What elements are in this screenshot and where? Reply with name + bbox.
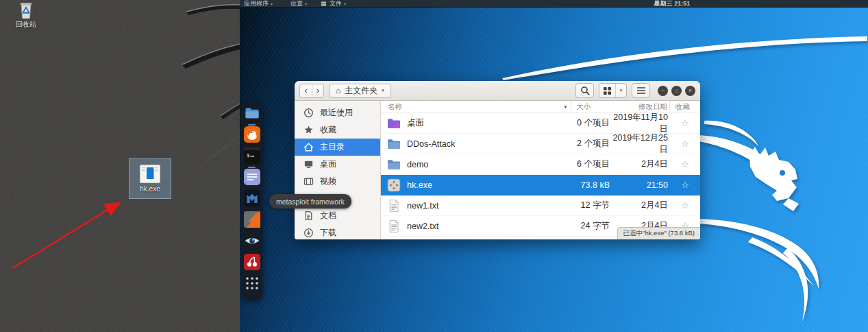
sidebar-item-desktop[interactable]: 桌面 <box>295 156 380 173</box>
text-icon <box>387 220 401 233</box>
search-button[interactable] <box>575 83 594 98</box>
places-menu-label: 位置 <box>290 0 303 8</box>
column-header-name[interactable]: 名称 ▾ <box>381 101 571 112</box>
table-row[interactable]: 桌面0 个项目2019年11月10日☆ <box>381 113 700 134</box>
dock-item-eye-tool[interactable] <box>243 233 262 252</box>
recycle-bin-icon[interactable]: 回收站 <box>8 0 44 29</box>
sidebar-item-label: 下载 <box>320 227 336 239</box>
metasploit-icon <box>244 190 260 209</box>
exe-file-icon <box>140 165 160 183</box>
table-row[interactable]: hk.exe73.8 kB21:50☆ <box>381 175 700 195</box>
text-icon <box>387 199 401 213</box>
places-menu[interactable]: 位置 ▾ <box>286 0 311 8</box>
selection-status: 已选中"hk.exe" (73.8 kB) <box>617 227 700 239</box>
screen: 回收站 hk.exe <box>0 0 868 332</box>
file-list: 名称 ▾ 大小 修改日期 收藏 桌面0 个项目2019年11月10日☆DDos-… <box>381 101 700 239</box>
file-modified-cell: 21:50 <box>610 180 670 190</box>
window-controls: − □ × <box>658 86 695 96</box>
file-name: new1.txt <box>407 201 439 211</box>
dock-item-cherrytree[interactable] <box>243 254 262 273</box>
gnome-top-bar: 应用程序 ▾ 位置 ▾ 文件 ▾ 星期三 21:51 <box>240 0 868 8</box>
sort-indicator-icon: ▾ <box>564 104 567 110</box>
close-button[interactable]: × <box>685 86 695 96</box>
table-row[interactable]: demo6 个项目2月4日☆ <box>381 154 700 175</box>
path-button[interactable]: ⌂ 主文件夹 ▾ <box>329 84 391 98</box>
files-app-menu[interactable]: 文件 ▾ <box>317 0 350 8</box>
file-name-cell: new2.txt <box>381 220 571 233</box>
files-app-icon <box>321 1 327 7</box>
grid-view-icon <box>603 86 612 95</box>
file-name: new2.txt <box>407 222 439 231</box>
column-header-starred[interactable]: 收藏 <box>670 101 700 112</box>
sidebar-item-recent[interactable]: 最近使用 <box>295 104 380 121</box>
hamburger-icon <box>636 86 646 95</box>
file-name: hk.exe <box>407 180 432 190</box>
star-icon[interactable]: ☆ <box>670 180 700 190</box>
path-label: 主文件夹 <box>345 85 377 97</box>
star-icon[interactable]: ☆ <box>670 200 700 211</box>
table-row[interactable]: new1.txt12 字节2月4日☆ <box>381 195 700 216</box>
file-modified-cell: 2月4日 <box>610 200 670 211</box>
videos-icon <box>303 176 314 187</box>
sidebar-item-label: 收藏 <box>320 124 336 136</box>
dock-item-firefox[interactable] <box>243 126 262 145</box>
dock: $ <box>241 103 262 300</box>
sidebar-item-star[interactable]: 收藏 <box>295 121 380 139</box>
sidebar-item-documents[interactable]: 文档 <box>295 207 380 224</box>
file-rows: 桌面0 个项目2019年11月10日☆DDos-Attack2 个项目2019年… <box>381 113 700 237</box>
recent-icon <box>303 108 314 118</box>
sidebar-item-downloads[interactable]: 下载 <box>295 224 380 239</box>
file-name: DDos-Attack <box>407 139 455 149</box>
hk-exe-desktop-icon[interactable]: hk.exe <box>129 158 171 199</box>
file-name: demo <box>407 160 428 169</box>
star-icon[interactable]: ☆ <box>670 159 700 169</box>
dock-item-metasploit[interactable] <box>243 190 262 209</box>
chevron-down-icon: ▾ <box>382 88 384 93</box>
file-name-cell: hk.exe <box>381 178 571 192</box>
hk-exe-label: hk.exe <box>140 185 160 193</box>
chevron-down-icon: ▾ <box>271 1 273 6</box>
sidebar-item-videos[interactable]: 视频 <box>295 173 380 190</box>
file-manager-window: ‹ › ⌂ 主文件夹 ▾ ▾ <box>295 81 700 239</box>
applications-menu[interactable]: 应用程序 ▾ <box>240 0 277 8</box>
dock-item-show-applications[interactable] <box>243 275 262 294</box>
dock-item-burpsuite[interactable] <box>243 211 262 230</box>
clock[interactable]: 星期三 21:51 <box>639 0 705 8</box>
desktop-noise-texture <box>0 0 240 332</box>
files-icon <box>244 105 260 124</box>
hamburger-menu-button[interactable] <box>632 83 650 98</box>
sidebar-item-home[interactable]: 主目录 <box>295 139 380 156</box>
minimize-button[interactable]: − <box>658 86 668 96</box>
view-options-button[interactable]: ▾ <box>615 84 626 97</box>
dock-item-terminal[interactable]: $ <box>243 147 262 167</box>
table-row[interactable]: DDos-Attack2 个项目2019年12月25日☆ <box>381 134 700 154</box>
file-name: 桌面 <box>407 117 424 129</box>
back-button[interactable]: ‹ <box>300 84 312 97</box>
file-size-cell: 73.8 kB <box>571 180 610 190</box>
dock-item-files[interactable] <box>243 105 262 124</box>
burpsuite-icon <box>244 211 260 230</box>
terminal-icon: $ <box>244 147 260 167</box>
kali-desktop: 应用程序 ▾ 位置 ▾ 文件 ▾ 星期三 21:51 $ ‹ <box>240 0 868 332</box>
maximize-button[interactable]: □ <box>671 86 682 96</box>
star-icon[interactable]: ☆ <box>670 118 700 128</box>
star-icon[interactable]: ☆ <box>670 139 700 149</box>
folder-desktop-icon <box>387 117 401 130</box>
file-name-cell: new1.txt <box>381 199 571 213</box>
forward-button[interactable]: › <box>312 84 323 97</box>
running-indicator <box>248 124 256 126</box>
column-header-size[interactable]: 大小 <box>571 101 610 112</box>
column-header-modified[interactable]: 修改日期 <box>610 101 670 112</box>
trash-can-icon <box>17 0 35 19</box>
file-size-cell: 2 个项目 <box>571 138 610 150</box>
dock-item-text-editor[interactable] <box>243 169 262 188</box>
sidebar-item-label: 视频 <box>320 176 336 187</box>
applications-menu-label: 应用程序 <box>244 0 269 8</box>
home-icon: ⌂ <box>336 86 340 95</box>
file-modified-cell: 2月4日 <box>610 158 670 170</box>
grid-view-button[interactable] <box>599 84 615 97</box>
text-editor-icon <box>244 169 260 188</box>
file-name-cell: demo <box>381 158 571 171</box>
window-body: 最近使用收藏主目录桌面视频图片文档下载 名称 ▾ 大小 修改日期 收藏 桌面0 … <box>295 101 700 239</box>
folder-icon <box>387 158 401 171</box>
